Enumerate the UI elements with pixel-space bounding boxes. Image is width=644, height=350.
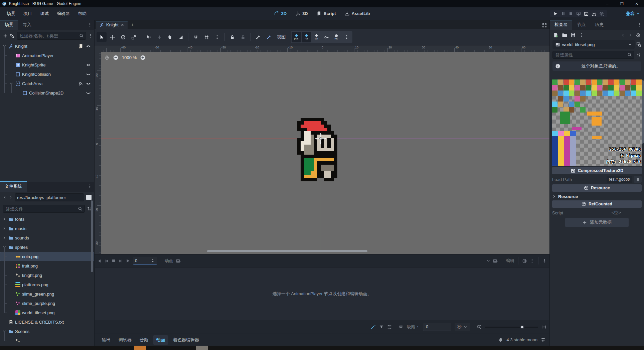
nav-back-icon[interactable]	[3, 195, 7, 199]
file-item-13[interactable]	[0, 336, 94, 345]
file-slime-green-png[interactable]: slime_green.png	[0, 289, 94, 299]
eye-badge-icon[interactable]	[86, 81, 91, 86]
resource-menu-icon[interactable]	[579, 33, 584, 37]
menu-0[interactable]: 场景	[3, 9, 19, 18]
tab-history[interactable]: 历史	[590, 20, 608, 30]
nav-forward-icon[interactable]	[9, 195, 13, 199]
load-path-file-button[interactable]	[634, 176, 642, 183]
toggle-split-mode-button[interactable]	[86, 195, 92, 200]
notifications-bell-icon[interactable]	[498, 338, 503, 342]
select-tool[interactable]	[97, 32, 107, 42]
track-list-icon[interactable]	[387, 325, 392, 329]
tab-scene[interactable]: 场景	[0, 20, 18, 30]
script-badge-icon[interactable]	[78, 44, 83, 49]
center-view-icon[interactable]	[105, 55, 110, 60]
expand-right-icon[interactable]	[2, 217, 7, 221]
history-back-icon[interactable]	[621, 33, 625, 37]
file-coin-png[interactable]: coin.png	[0, 252, 94, 261]
animation-position-spinbox[interactable]: 0	[133, 257, 157, 265]
taskbar-app-icon[interactable]	[196, 346, 208, 350]
snap-unit-dropdown[interactable]: 秒	[455, 323, 470, 331]
move-gizmo[interactable]	[315, 133, 327, 145]
workspace-assetlib[interactable]: AssetLib	[345, 11, 370, 16]
filesystem-scrollbar[interactable]	[91, 200, 93, 272]
key-rec-toggle[interactable]: rec	[332, 32, 341, 42]
skeleton-button[interactable]	[253, 32, 263, 42]
list-select-tool[interactable]	[144, 32, 154, 42]
play-scene-button[interactable]	[584, 11, 589, 16]
remote-debug-button[interactable]	[576, 11, 581, 16]
move-tool[interactable]	[107, 32, 117, 42]
add-node-button[interactable]	[3, 33, 8, 38]
expand-right-icon[interactable]	[2, 226, 7, 230]
onion-skinning-icon[interactable]	[522, 258, 527, 264]
file-fruit-png[interactable]: fruit.png	[0, 261, 94, 271]
file-sounds[interactable]: sounds	[0, 233, 94, 242]
timeline-zoom-slider[interactable]	[485, 327, 538, 328]
inspector-dock-menu-icon[interactable]	[637, 22, 642, 27]
canvas[interactable]: 1000 %	[101, 52, 549, 254]
resource-group-row[interactable]: Resource	[552, 193, 642, 200]
menu-3[interactable]: 编辑器	[53, 9, 73, 18]
zoom-level[interactable]: 1000 %	[122, 55, 137, 60]
spin-arrows-icon[interactable]	[151, 258, 155, 263]
class-header[interactable]: CompressedTexture2D	[552, 167, 642, 174]
play-custom-scene-button[interactable]	[592, 11, 596, 16]
tab-filesystem[interactable]: 文件系统	[0, 181, 27, 192]
inspector-scrollbar[interactable]	[642, 80, 644, 144]
onion-options-menu[interactable]	[530, 258, 534, 263]
file-platforms-png[interactable]: platforms.png	[0, 280, 94, 289]
view-menu[interactable]: 视图	[274, 34, 288, 40]
zoom-out-button[interactable]	[113, 55, 119, 60]
load-resource-icon[interactable]	[562, 32, 567, 38]
add-metadata-button[interactable]: 添加元数据	[565, 218, 629, 227]
scale-tool[interactable]	[129, 32, 139, 42]
signal-badge-icon[interactable]	[78, 81, 83, 86]
timeline-zoom-icon[interactable]	[477, 325, 481, 329]
zoom-in-button[interactable]	[140, 55, 146, 60]
workspace-3d[interactable]: 3D	[295, 11, 308, 16]
file-scenes[interactable]: Scenes	[0, 327, 94, 336]
script-property-row[interactable]: Script <空>	[552, 209, 642, 216]
property-tools-icon[interactable]	[636, 52, 641, 57]
bottom-tab-3[interactable]: 动画	[153, 335, 168, 345]
animation-key-menu[interactable]	[342, 32, 352, 42]
filesystem-dock-menu-icon[interactable]	[88, 184, 92, 189]
bottom-tab-0[interactable]: 输出	[99, 335, 114, 345]
scene-node-knight[interactable]: Knight	[0, 41, 94, 51]
smart-snap-toggle[interactable]	[191, 32, 201, 42]
instance-scene-button[interactable]	[10, 33, 15, 38]
bezier-curve-icon[interactable]	[371, 325, 376, 330]
distraction-free-icon[interactable]	[542, 23, 547, 28]
animation-edit-button[interactable]: 编辑	[506, 258, 514, 264]
close-button[interactable]: ✕	[629, 0, 644, 7]
play-button[interactable]	[553, 11, 558, 16]
new-scene-tab-button[interactable]: +	[128, 20, 137, 29]
fit-timeline-icon[interactable]	[541, 325, 546, 329]
new-resource-icon[interactable]	[553, 32, 558, 38]
grid-snap-toggle[interactable]	[201, 32, 211, 42]
load-path-value[interactable]: res://.godot/	[607, 176, 632, 183]
refcounted-category-header[interactable]: RefCounted	[552, 200, 642, 208]
renderer-selector[interactable]: 兼容	[626, 11, 640, 17]
pan-tool[interactable]	[165, 32, 175, 42]
movie-maker-button[interactable]	[599, 11, 604, 16]
eye-badge-icon[interactable]	[86, 44, 91, 49]
edit-history-icon[interactable]	[636, 33, 641, 38]
rotate-tool[interactable]	[118, 32, 128, 42]
key-pos-toggle[interactable]: pos	[292, 32, 301, 42]
key-rot-toggle[interactable]: rot	[302, 32, 311, 42]
key-scl-toggle[interactable]: scl	[312, 32, 321, 42]
snap-icon[interactable]	[398, 325, 404, 330]
expand-right-icon[interactable]	[2, 236, 7, 240]
file-sprites[interactable]: sprites	[0, 242, 94, 252]
stop-animation-button[interactable]	[111, 258, 116, 263]
viewport-hscrollbar[interactable]	[207, 250, 367, 252]
play-backwards-button[interactable]	[97, 259, 102, 263]
open-docs-icon[interactable]	[636, 42, 641, 47]
file-world-tileset-png[interactable]: world_tileset.png	[0, 308, 94, 317]
eye-off-badge-icon[interactable]	[86, 72, 91, 77]
viewport-2d[interactable]: 1000 % -60-50-40-30-20-100102030405060 -…	[95, 45, 549, 254]
workspace-2d[interactable]: 2D	[274, 11, 287, 16]
file-slime-purple-png[interactable]: slime_purple.png	[0, 299, 94, 308]
